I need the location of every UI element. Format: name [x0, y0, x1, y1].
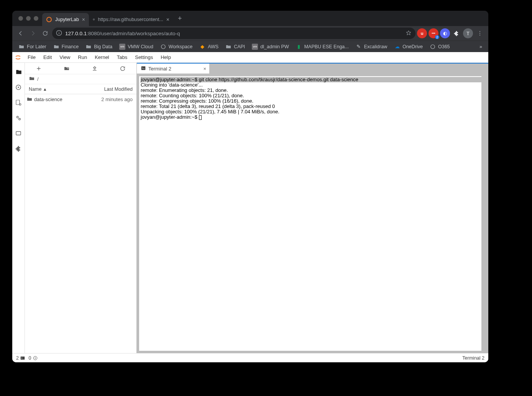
bookmark-capi[interactable]: CAPI [222, 42, 248, 51]
sort-asc-icon: ▴ [44, 86, 46, 92]
refresh-button[interactable] [108, 65, 136, 72]
menu-view[interactable]: View [56, 52, 74, 62]
browser-tab-jupyterlab[interactable]: JupyterLab × [42, 13, 89, 26]
extensions-menu-icon[interactable] [452, 28, 461, 38]
column-modified-header[interactable]: Last Modified [90, 87, 136, 92]
svg-point-9 [431, 44, 435, 49]
folder-icon [85, 44, 92, 50]
terminal-line: Cloning into 'data-science'... [141, 82, 203, 88]
dock-panel: Terminal 2 × jovyan@jupyter-admin:~$ git… [137, 63, 488, 353]
bookmark-vmwcloud[interactable]: vmVMW Cloud [116, 42, 156, 51]
forward-button[interactable] [28, 28, 38, 39]
bookmark-onedrive[interactable]: ☁OneDrive [391, 42, 426, 51]
bookmark-o365[interactable]: O365 [427, 42, 453, 51]
filebrowser-panel: / Name▴ Last Modified data-science 2 min… [25, 63, 137, 353]
cloud-icon: ☁ [394, 44, 400, 50]
upload-button[interactable] [81, 65, 109, 72]
bookmark-dladmin[interactable]: vmdl_admin PW [249, 42, 292, 51]
new-folder-button[interactable] [53, 65, 81, 72]
menu-help[interactable]: Help [157, 52, 175, 62]
menu-edit[interactable]: Edit [39, 52, 56, 62]
menu-kernel[interactable]: Kernel [91, 52, 113, 62]
aws-icon: ◆ [199, 44, 205, 50]
bookmark-bigdata[interactable]: Big Data [82, 42, 115, 51]
svg-rect-11 [18, 87, 19, 88]
browser-menu-icon[interactable] [475, 28, 485, 39]
profile-avatar[interactable]: T [463, 28, 473, 38]
terminal-line: jovyan@jupyter-admin:~$ git clone https:… [141, 77, 484, 82]
running-tab-icon[interactable] [12, 80, 25, 95]
extension-icon[interactable]: ◐ [440, 28, 450, 38]
browser-toolbar: 127.0.0.1:8080/user/admin/lab/workspaces… [12, 26, 488, 41]
close-tab-icon[interactable]: × [203, 66, 206, 72]
terminal-scrollbar[interactable] [481, 76, 486, 351]
terminal-line: remote: Enumerating objects: 21, done. [141, 87, 228, 93]
column-name-header[interactable]: Name▴ [25, 86, 90, 92]
extension-ublock-icon[interactable]: u [417, 28, 427, 38]
doc-icon: ▮ [296, 44, 302, 50]
bookmark-star-icon[interactable] [406, 30, 412, 37]
close-tab-icon[interactable]: × [166, 16, 169, 23]
window-controls[interactable] [16, 11, 42, 26]
jupyter-icon [46, 16, 52, 23]
bookmark-finance[interactable]: Finance [50, 42, 82, 51]
url-text: 127.0.0.1:8080/user/admin/lab/workspaces… [65, 31, 180, 36]
browser-tabstrip: JupyterLab × https://raw.githubuserconte… [12, 11, 488, 26]
address-bar[interactable]: 127.0.0.1:8080/user/admin/lab/workspaces… [52, 28, 415, 39]
filebrowser-tab-icon[interactable] [12, 64, 25, 80]
terminal-line: jovyan@jupyter-admin:~$ [141, 114, 199, 120]
globe-icon [160, 44, 166, 50]
bookmark-mapbu[interactable]: ▮MAPBU ESE Enga... [293, 42, 352, 51]
terminal-cursor [199, 115, 202, 120]
globe-icon [93, 16, 95, 23]
tabs-tab-icon[interactable] [12, 126, 25, 141]
site-info-icon[interactable] [56, 30, 62, 37]
terminal-container: jovyan@jupyter-admin:~$ git clone https:… [139, 76, 486, 351]
new-tab-button[interactable]: + [173, 15, 187, 23]
extensions-tab-icon[interactable] [12, 141, 25, 156]
terminal[interactable]: jovyan@jupyter-admin:~$ git clone https:… [139, 76, 486, 351]
folder-icon [18, 44, 25, 50]
back-button[interactable] [15, 28, 26, 39]
svg-point-6 [479, 33, 480, 34]
close-tab-icon[interactable]: × [82, 16, 85, 23]
maximize-window-icon[interactable] [34, 16, 38, 21]
status-terminals[interactable]: 2 [16, 355, 25, 361]
settings-tab-icon[interactable] [12, 110, 25, 126]
close-window-icon[interactable] [18, 16, 23, 21]
svg-point-14 [17, 116, 19, 118]
bookmarks-overflow-icon[interactable]: » [476, 44, 485, 49]
svg-point-5 [479, 31, 480, 32]
git-tab-icon[interactable] [12, 95, 25, 110]
svg-point-20 [35, 357, 36, 358]
jlab-body: / Name▴ Last Modified data-science 2 min… [12, 63, 488, 353]
svg-point-3 [59, 31, 59, 32]
filebrowser-breadcrumb[interactable]: / [25, 74, 136, 84]
minimize-window-icon[interactable] [26, 16, 31, 21]
jupyter-logo-icon[interactable] [12, 52, 24, 62]
extension-lastpass-icon[interactable]: •••2 [429, 28, 438, 38]
browser-tab-raw-github[interactable]: https://raw.githubusercontent... × [89, 13, 173, 26]
filebrowser-item-data-science[interactable]: data-science 2 minutes ago [25, 94, 136, 104]
svg-point-8 [161, 44, 166, 49]
dock-tab-terminal[interactable]: Terminal 2 × [137, 64, 210, 74]
svg-rect-16 [16, 132, 21, 135]
menu-file[interactable]: File [24, 52, 39, 62]
reload-button[interactable] [40, 28, 51, 39]
status-right[interactable]: Terminal 2 [462, 355, 484, 361]
bookmark-excalidraw[interactable]: ✎Excalidraw [353, 42, 390, 51]
menu-tabs[interactable]: Tabs [113, 52, 131, 62]
status-kernels[interactable]: 0 [28, 355, 38, 361]
menu-settings[interactable]: Settings [131, 52, 157, 62]
new-launcher-button[interactable] [25, 65, 53, 72]
menubar: File Edit View Run Kernel Tabs Settings … [12, 52, 488, 63]
svg-point-15 [19, 118, 21, 120]
bookmark-aws[interactable]: ◆AWS [196, 42, 222, 51]
browser-window: JupyterLab × https://raw.githubuserconte… [12, 11, 488, 362]
svg-rect-17 [141, 66, 146, 70]
activity-bar [12, 63, 25, 353]
bookmark-workspace[interactable]: Workspace [157, 42, 195, 51]
menu-run[interactable]: Run [74, 52, 91, 62]
dock-tabbar: Terminal 2 × [137, 63, 488, 74]
bookmark-for-later[interactable]: For Later [15, 42, 49, 51]
